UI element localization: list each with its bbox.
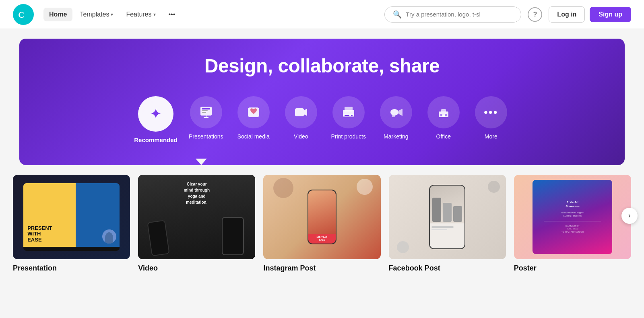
card-poster-label: Poster: [514, 264, 631, 273]
nav-features[interactable]: Features ▾: [120, 8, 161, 21]
svg-rect-22: [442, 115, 445, 117]
canva-logo[interactable]: C: [13, 4, 34, 25]
category-video[interactable]: Video: [279, 93, 323, 143]
card-presentation[interactable]: PRESENTWITHEASE Presentation: [13, 175, 130, 273]
social-media-icon: [237, 96, 270, 128]
marketing-icon: [380, 96, 412, 128]
search-bar: 🔍: [384, 6, 521, 23]
card-instagram-label: Instagram Post: [263, 264, 380, 273]
svg-point-15: [390, 109, 398, 116]
svg-rect-13: [345, 115, 349, 116]
svg-marker-9: [304, 109, 307, 116]
category-more[interactable]: ••• More: [469, 93, 513, 143]
svg-rect-8: [295, 108, 304, 116]
cards-row: PRESENTWITHEASE Presentation: [13, 175, 631, 273]
search-input[interactable]: [406, 11, 513, 18]
next-button[interactable]: ›: [621, 208, 638, 224]
card-facebook[interactable]: Facebook Post: [389, 175, 506, 273]
chevron-down-icon: ▾: [111, 12, 113, 17]
card-presentation-image: PRESENTWITHEASE: [13, 175, 130, 259]
category-print-products[interactable]: Print products: [326, 93, 371, 143]
header: C Home Templates ▾ Features ▾ ••• 🔍 ? Lo…: [0, 0, 644, 29]
chevron-down-icon: ▾: [153, 12, 156, 17]
card-video-image: Clear yourmind throughyoga andmeditation…: [138, 175, 255, 259]
card-poster-image: Pride ArtShowcase An exhibition to suppo…: [514, 175, 631, 259]
card-presentation-label: Presentation: [13, 264, 130, 273]
categories-row: ✦ Recommended Presentations: [19, 93, 625, 147]
nav-more[interactable]: •••: [163, 8, 181, 21]
hero-banner: Design, collaborate, share ✦ Recommended: [19, 39, 625, 165]
main-nav: Home Templates ▾ Features ▾ •••: [43, 8, 181, 21]
category-marketing[interactable]: Marketing: [374, 93, 418, 143]
category-social-media[interactable]: Social media: [231, 93, 276, 143]
card-video-label: Video: [138, 264, 255, 273]
selected-indicator: [196, 159, 207, 165]
card-facebook-label: Facebook Post: [389, 264, 506, 273]
category-presentations[interactable]: Presentations: [184, 93, 228, 143]
card-instagram[interactable]: MID-YEARSALE Instagram Post: [263, 175, 380, 273]
video-icon: [285, 96, 317, 128]
card-instagram-image: MID-YEARSALE: [263, 175, 380, 259]
svg-rect-21: [445, 114, 447, 116]
svg-point-14: [351, 115, 353, 116]
office-icon: [427, 96, 460, 128]
recommended-icon: ✦: [138, 96, 173, 132]
svg-rect-19: [441, 109, 446, 112]
search-icon: 🔍: [393, 10, 402, 19]
template-cards-section: PRESENTWITHEASE Presentation: [0, 165, 644, 285]
svg-text:C: C: [18, 10, 24, 19]
category-office[interactable]: Office: [421, 93, 466, 143]
svg-rect-20: [440, 114, 442, 116]
svg-rect-3: [202, 110, 208, 111]
presentations-icon: [190, 96, 222, 128]
category-recommended[interactable]: ✦ Recommended: [131, 93, 181, 147]
more-icon: •••: [475, 96, 507, 128]
svg-rect-2: [202, 108, 210, 109]
nav-templates[interactable]: Templates ▾: [74, 8, 119, 21]
card-facebook-image: [389, 175, 506, 259]
hero-title: Design, collaborate, share: [19, 55, 625, 77]
svg-marker-16: [398, 109, 402, 116]
signup-button[interactable]: Sign up: [590, 7, 631, 22]
help-button[interactable]: ?: [528, 7, 542, 22]
print-products-icon: [332, 96, 365, 128]
svg-rect-4: [202, 112, 206, 113]
login-button[interactable]: Log in: [549, 6, 585, 23]
card-video[interactable]: Clear yourmind throughyoga andmeditation…: [138, 175, 255, 273]
svg-rect-17: [392, 115, 395, 117]
card-poster[interactable]: Pride ArtShowcase An exhibition to suppo…: [514, 175, 631, 273]
svg-rect-11: [345, 107, 353, 112]
nav-home[interactable]: Home: [43, 8, 72, 21]
